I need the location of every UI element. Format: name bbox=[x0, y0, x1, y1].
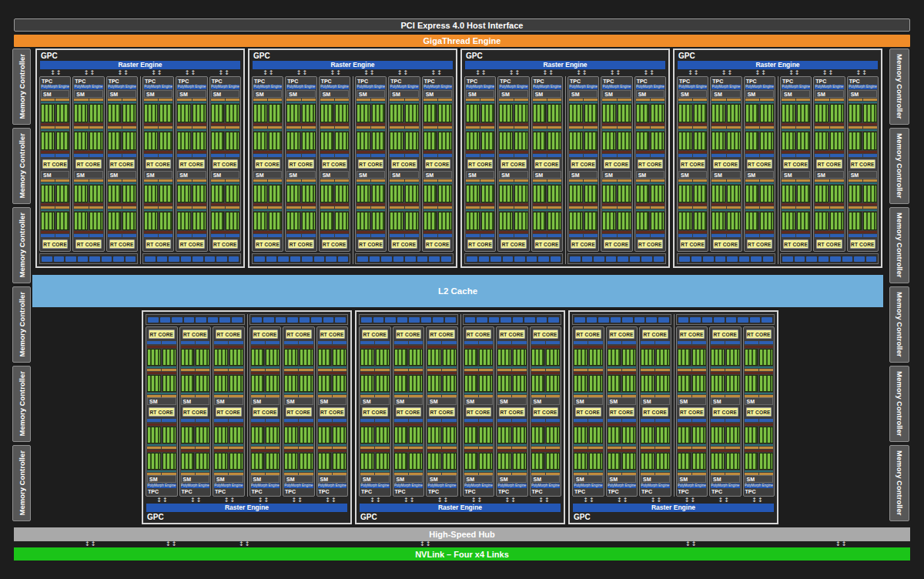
tensor-core-bar bbox=[177, 151, 206, 153]
cuda-core-group bbox=[253, 212, 267, 230]
cuda-core-array bbox=[678, 375, 707, 392]
texture-unit bbox=[618, 256, 628, 262]
sm-block: SM bbox=[427, 418, 457, 483]
register-file-bar bbox=[357, 129, 385, 131]
cuda-core-group bbox=[424, 185, 437, 203]
warp-scheduler-bar bbox=[608, 447, 637, 449]
tensor-core-bar bbox=[533, 203, 561, 206]
ldst-sfu-bar bbox=[357, 154, 385, 157]
cuda-core-group bbox=[41, 185, 55, 203]
cuda-core-group bbox=[372, 185, 386, 203]
register-file-bar bbox=[678, 182, 707, 184]
memory-controller-block: Memory Controller bbox=[889, 445, 909, 521]
ldst-sfu-bar bbox=[574, 341, 603, 344]
sm-block: SM bbox=[177, 171, 206, 239]
register-file-bar bbox=[144, 129, 172, 131]
cuda-core-array bbox=[574, 349, 603, 366]
updown-arrows-icon: ↕↕ bbox=[677, 69, 711, 76]
texture-strip bbox=[359, 314, 458, 325]
ldst-sfu-bar bbox=[394, 341, 424, 344]
cuda-core-array bbox=[499, 104, 527, 122]
cuda-core-group bbox=[424, 132, 437, 150]
cuda-core-array bbox=[357, 185, 385, 203]
sm-block: SM bbox=[357, 90, 385, 158]
cuda-core-group bbox=[214, 375, 228, 392]
sm-label: SM bbox=[641, 397, 670, 405]
warp-scheduler-bar bbox=[181, 447, 210, 449]
tpc-label: TPC bbox=[608, 488, 637, 495]
warp-scheduler-bar bbox=[286, 206, 315, 209]
cuda-core-group bbox=[284, 349, 298, 366]
warp-scheduler-bar bbox=[286, 126, 315, 129]
cuda-core-group bbox=[211, 185, 225, 203]
memory-controller-label: Memory Controller bbox=[896, 133, 904, 198]
ldst-sfu-bar bbox=[815, 154, 843, 157]
cuda-core-array bbox=[41, 132, 69, 150]
cuda-core-array bbox=[177, 132, 206, 150]
ldst-sfu-bar bbox=[533, 154, 561, 157]
tensor-core-bar bbox=[284, 346, 313, 348]
cuda-core-group bbox=[162, 375, 176, 392]
cuda-core-array bbox=[427, 375, 457, 392]
register-file-bar bbox=[849, 102, 877, 103]
cuda-core-group bbox=[108, 185, 122, 203]
cuda-core-array bbox=[531, 375, 561, 392]
register-file-bar bbox=[211, 102, 239, 103]
tpc-link-arrows-row: ↕↕↕↕↕↕↕↕↕↕↕↕ bbox=[252, 69, 454, 76]
rt-core: RT CORE bbox=[467, 239, 493, 249]
rt-core: RT CORE bbox=[850, 239, 875, 249]
texture-unit bbox=[587, 317, 598, 323]
sm-label: SM bbox=[181, 475, 210, 483]
cuda-core-array bbox=[711, 375, 740, 392]
rt-core: RT CORE bbox=[604, 159, 629, 169]
cuda-core-array bbox=[144, 132, 172, 150]
tpc-block: TPC PolyMorph Engine SM RT CORE SM bbox=[847, 76, 879, 252]
texture-unit bbox=[465, 317, 476, 323]
cuda-core-group bbox=[514, 212, 528, 230]
cuda-core-group bbox=[622, 453, 636, 470]
texture-unit bbox=[361, 317, 372, 323]
cuda-core-group bbox=[269, 132, 283, 150]
cuda-core-group bbox=[546, 427, 560, 443]
cuda-core-array bbox=[320, 132, 349, 150]
texture-unit bbox=[726, 317, 737, 323]
rt-core: RT CORE bbox=[571, 239, 596, 249]
cuda-core-group bbox=[159, 212, 173, 230]
updown-arrows-icon: ↕↕ bbox=[711, 69, 745, 76]
tpc-header: TPC PolyMorph Engine bbox=[394, 484, 424, 495]
cuda-core-group bbox=[466, 212, 480, 230]
tensor-core-bar bbox=[497, 450, 527, 452]
cuda-core-group bbox=[300, 453, 313, 470]
cuda-core-group bbox=[269, 104, 283, 122]
cuda-core-group bbox=[181, 375, 195, 392]
sm-core-stack bbox=[147, 340, 176, 397]
warp-scheduler-bar bbox=[849, 99, 877, 101]
tensor-core-bar bbox=[782, 231, 810, 233]
texture-unit bbox=[690, 317, 701, 323]
warp-scheduler-bar bbox=[108, 99, 136, 101]
sm-label: SM bbox=[251, 475, 280, 483]
updown-arrows-icon: ↕↕ bbox=[599, 69, 633, 76]
tensor-core-bar bbox=[394, 346, 424, 348]
rt-core: RT CORE bbox=[109, 159, 135, 169]
cuda-core-group bbox=[333, 375, 346, 392]
rt-core: RT CORE bbox=[358, 159, 383, 169]
tpc-block: TPC PolyMorph Engine SM RT CORE SM bbox=[572, 326, 604, 497]
cuda-core-array bbox=[466, 185, 494, 203]
sm-label: SM bbox=[360, 475, 390, 483]
tpc-header: TPC PolyMorph Engine bbox=[144, 78, 172, 89]
tpc-label: TPC bbox=[499, 78, 527, 85]
cuda-core-group bbox=[253, 104, 267, 122]
warp-scheduler-bar bbox=[602, 99, 631, 101]
warp-scheduler-bar bbox=[499, 126, 527, 129]
cuda-core-group bbox=[618, 104, 631, 122]
cuda-core-group bbox=[192, 212, 206, 230]
updown-arrows-icon: ↕↕ bbox=[140, 69, 174, 76]
tpc-header: TPC PolyMorph Engine bbox=[177, 78, 206, 89]
sm-core-stack bbox=[466, 98, 494, 158]
rt-core: RT CORE bbox=[322, 159, 347, 169]
memory-controller-block: Memory Controller bbox=[889, 366, 909, 442]
tpc-label: TPC bbox=[144, 78, 172, 85]
texture-unit bbox=[326, 256, 336, 262]
warp-scheduler-bar bbox=[427, 447, 457, 449]
